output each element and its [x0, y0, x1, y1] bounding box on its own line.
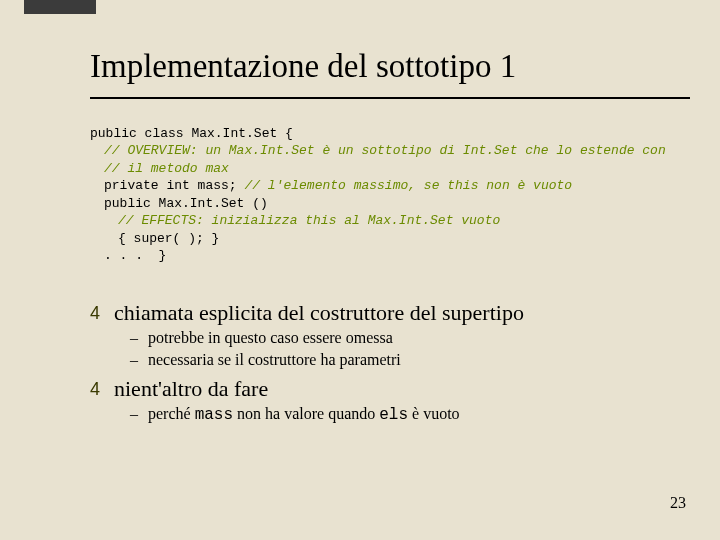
- dash-icon: –: [130, 350, 148, 370]
- divider: [90, 97, 690, 99]
- decorative-top-bar: [24, 0, 96, 14]
- bullet-list: 4 chiamata esplicita del costruttore del…: [90, 300, 690, 425]
- code-line: public Max.Int.Set (): [90, 195, 268, 213]
- code-comment: // l'elemento massimo, se this non è vuo…: [244, 178, 572, 193]
- page-number: 23: [670, 494, 686, 512]
- code-line: private int mass;: [104, 178, 244, 193]
- bullet-level2: – necessaria se il costruttore ha parame…: [130, 350, 690, 370]
- bullet-level1: 4 chiamata esplicita del costruttore del…: [90, 300, 690, 326]
- code-line: . . . }: [90, 247, 166, 265]
- check-icon: 4: [90, 376, 114, 402]
- code-line: { super( ); }: [90, 230, 219, 248]
- dash-icon: –: [130, 328, 148, 348]
- bullet-level2: – perché mass non ha valore quando els è…: [130, 404, 690, 425]
- code-line: public class Max.Int.Set {: [90, 126, 293, 141]
- bullet-text: chiamata esplicita del costruttore del s…: [114, 300, 524, 326]
- dash-icon: –: [130, 404, 148, 424]
- check-icon: 4: [90, 300, 114, 326]
- code-comment: // il metodo max: [90, 160, 229, 178]
- bullet-text: nient'altro da fare: [114, 376, 268, 402]
- bullet-level1: 4 nient'altro da fare: [90, 376, 690, 402]
- bullet-text: potrebbe in questo caso essere omessa: [148, 328, 393, 348]
- code-comment: // OVERVIEW: un Max.Int.Set è un sottoti…: [90, 142, 666, 160]
- slide: Implementazione del sottotipo 1 public c…: [0, 0, 720, 540]
- bullet-text: necessaria se il costruttore ha parametr…: [148, 350, 401, 370]
- code-block: public class Max.Int.Set { // OVERVIEW: …: [90, 107, 690, 282]
- code-comment: // EFFECTS: inizializza this al Max.Int.…: [90, 212, 500, 230]
- bullet-level2: – potrebbe in questo caso essere omessa: [130, 328, 690, 348]
- bullet-text: perché mass non ha valore quando els è v…: [148, 404, 460, 425]
- slide-title: Implementazione del sottotipo 1: [90, 48, 690, 85]
